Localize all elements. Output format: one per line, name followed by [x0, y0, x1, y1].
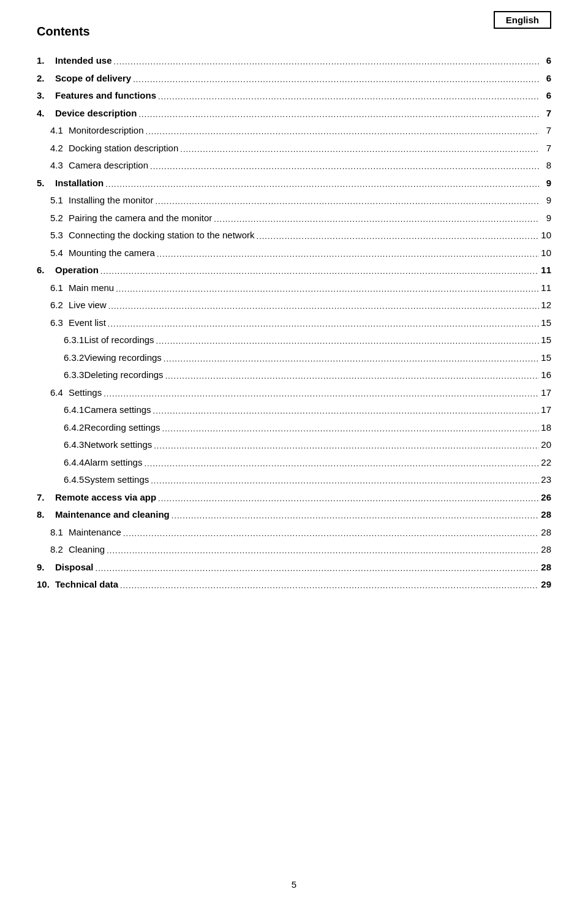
toc-label: Docking station description — [69, 142, 178, 156]
toc-number: 9. — [37, 561, 55, 575]
toc-page: 28 — [539, 543, 551, 557]
toc-number: 6.3.2 — [37, 351, 84, 365]
toc-number: 6.4.2 — [37, 421, 84, 435]
toc-number: 5. — [37, 176, 55, 191]
toc-item: 5.2Pairing the camera and the monitor...… — [37, 210, 551, 227]
toc-label: List of recordings — [84, 333, 154, 347]
toc-page: 10 — [539, 246, 551, 260]
toc-dots: ........................................… — [148, 161, 539, 173]
toc-item: 6.4.4Alarm settings.....................… — [37, 454, 551, 472]
toc-dots: ........................................… — [164, 370, 539, 382]
toc-page: 17 — [539, 403, 551, 417]
toc-dots: ........................................… — [106, 318, 539, 330]
toc-item: 8.2Cleaning.............................… — [37, 541, 551, 559]
toc-item: 6.4.3Network settings...................… — [37, 436, 551, 454]
toc-dots: ........................................… — [137, 108, 539, 121]
toc-dots: ........................................… — [156, 91, 539, 103]
toc-item: 1.Intended use..........................… — [37, 52, 551, 70]
toc-label: Technical data — [55, 578, 118, 592]
toc-dots: ........................................… — [162, 353, 539, 365]
toc-label: Monitordescription — [69, 124, 144, 138]
toc-page: 9 — [539, 176, 551, 191]
toc-label: Event list — [69, 316, 106, 330]
toc-number: 6.3.3 — [37, 368, 84, 382]
toc-number: 2. — [37, 72, 55, 86]
toc-number: 8. — [37, 508, 55, 522]
toc-page: 15 — [539, 316, 551, 330]
toc-dots: ........................................… — [121, 528, 539, 540]
toc-dots: ........................................… — [94, 562, 539, 575]
toc-dots: ........................................… — [151, 405, 539, 417]
toc-label: Disposal — [55, 561, 94, 575]
toc-number: 6.1 — [37, 281, 69, 295]
toc-item: 4.3Camera description...................… — [37, 157, 551, 175]
page-container: English Contents 1.Intended use.........… — [0, 0, 588, 908]
toc-dots: ........................................… — [154, 335, 539, 347]
toc-dots: ........................................… — [99, 265, 539, 278]
toc-label: Viewing recordings — [84, 351, 161, 365]
toc-number: 4.2 — [37, 142, 69, 156]
toc-label: Installation — [55, 176, 104, 191]
toc-number: 8.2 — [37, 543, 69, 557]
toc-label: Maintenance and cleaning — [55, 508, 170, 522]
toc-label: Scope of delivery — [55, 72, 131, 86]
toc-item: 6.3.2Viewing recordings.................… — [37, 349, 551, 367]
toc-number: 6.3 — [37, 316, 69, 330]
toc-number: 5.2 — [37, 211, 69, 225]
toc-page: 28 — [539, 508, 551, 522]
toc-number: 1. — [37, 54, 55, 68]
toc-page: 9 — [539, 211, 551, 225]
toc-page: 11 — [539, 263, 551, 278]
toc-item: 6.Operation.............................… — [37, 262, 551, 279]
toc-dots: ........................................… — [131, 74, 539, 86]
toc-page: 15 — [539, 351, 551, 365]
toc-page: 18 — [539, 421, 551, 435]
toc-label: Alarm settings — [84, 456, 142, 470]
toc-dots: ........................................… — [212, 213, 539, 225]
toc-page: 11 — [539, 281, 551, 295]
toc-label: System settings — [84, 473, 149, 487]
toc-number: 4.1 — [37, 124, 69, 138]
toc-page: 6 — [539, 89, 551, 103]
toc-item: 2.Scope of delivery.....................… — [37, 70, 551, 88]
toc-dots: ........................................… — [160, 423, 539, 435]
toc-item: 9.Disposal..............................… — [37, 559, 551, 577]
toc-item: 6.3Event list...........................… — [37, 314, 551, 332]
toc-item: 7.Remote access via app.................… — [37, 489, 551, 507]
toc-number: 6.4.1 — [37, 403, 84, 417]
toc-label: Live view — [69, 298, 107, 312]
language-badge: English — [494, 11, 551, 29]
toc-label: Remote access via app — [55, 491, 156, 505]
toc-page: 9 — [539, 194, 551, 208]
toc-number: 4.3 — [37, 159, 69, 173]
toc-number: 7. — [37, 491, 55, 505]
toc-dots: ........................................… — [105, 545, 539, 557]
toc-page: 6 — [539, 54, 551, 68]
toc-label: Cleaning — [69, 543, 105, 557]
toc-item: 6.3.1List of recordings.................… — [37, 331, 551, 349]
toc-dots: ........................................… — [255, 230, 539, 243]
toc-page: 12 — [539, 298, 551, 312]
toc-dots: ........................................… — [144, 126, 539, 138]
toc-number: 3. — [37, 89, 55, 103]
toc-dots: ........................................… — [170, 510, 539, 522]
toc-item: 6.1Main menu............................… — [37, 279, 551, 297]
toc-label: Connecting the docking station to the ne… — [69, 229, 255, 243]
toc-item: 6.4.5System settings....................… — [37, 471, 551, 489]
toc-page: 7 — [539, 124, 551, 138]
toc-container: 1.Intended use..........................… — [37, 52, 551, 594]
toc-label: Intended use — [55, 54, 112, 68]
toc-dots: ........................................… — [107, 300, 539, 312]
toc-page: 6 — [539, 72, 551, 86]
toc-dots: ........................................… — [153, 195, 539, 208]
toc-number: 4. — [37, 107, 55, 121]
toc-number: 6.2 — [37, 298, 69, 312]
toc-label: Device description — [55, 107, 137, 121]
toc-dots: ........................................… — [156, 493, 539, 505]
toc-label: Features and functions — [55, 89, 156, 103]
toc-page: 29 — [539, 578, 551, 592]
page-title: Contents — [37, 25, 551, 39]
toc-number: 5.1 — [37, 194, 69, 208]
toc-item: 6.4.1Camera settings....................… — [37, 401, 551, 419]
toc-page: 16 — [539, 368, 551, 382]
